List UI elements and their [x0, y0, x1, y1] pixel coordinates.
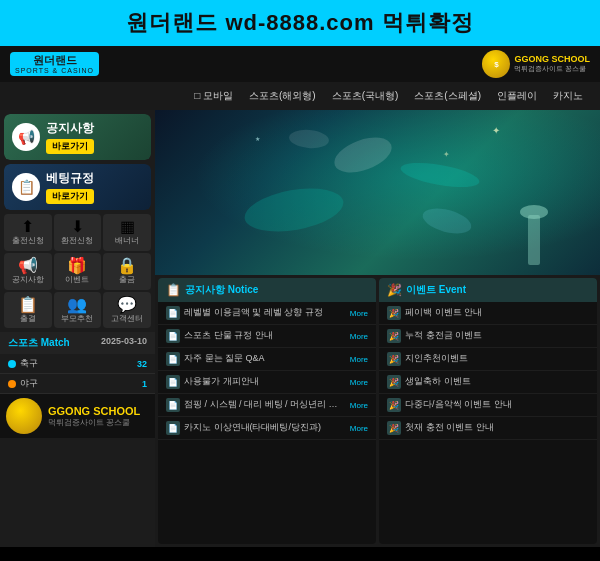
nav-casino[interactable]: 카지노 [546, 86, 590, 106]
event-row-text-2: 누적 충전금 이벤트 [405, 330, 589, 342]
event-panel-header: 🎉 이벤트 Event [379, 278, 597, 302]
event-row-icon-2: 🎉 [387, 329, 401, 343]
bottom-panels: 📋 공지사항 Notice 📄 레벨별 이용금액 및 레벨 상향 규정 More… [155, 275, 600, 547]
match-count-baseball: 1 [142, 379, 147, 389]
notice-row-more-4[interactable]: More [350, 378, 368, 387]
event-panel-title: 이벤트 Event [406, 283, 466, 297]
betting-icon: 📋 [12, 173, 40, 201]
icon-withdraw[interactable]: ⬇ 환전신청 [54, 214, 102, 251]
event-row-text-4: 생일축하 이벤트 [405, 376, 589, 388]
notice-panel-body: 📄 레벨별 이용금액 및 레벨 상향 규정 More 📄 스포츠 단물 규정 안… [158, 302, 376, 544]
logo-subtext: SPORTS & CASINO [15, 67, 94, 74]
notice-row-text-1: 레벨별 이용금액 및 레벨 상향 규정 [184, 307, 346, 319]
notice-row-more-2[interactable]: More [350, 332, 368, 341]
icon-support[interactable]: 💬 고객센터 [103, 292, 151, 329]
top-banner: 원더랜드 wd-8888.com 먹튀확정 [0, 0, 600, 46]
notice-banner[interactable]: 📢 공지사항 바로가기 [4, 114, 151, 160]
content-area: ✦ ✦ ★ 📋 공지사항 Notice 📄 레벨별 이용금액 및 레벨 상향 규… [155, 110, 600, 547]
nav-bar: □ 모바일 스포츠(해외형) 스포츠(국내형) 스포츠(스페셜) 인플레이 카지… [0, 82, 600, 110]
event-row-2[interactable]: 🎉 누적 충전금 이벤트 [379, 325, 597, 348]
match-name-baseball: 야구 [20, 377, 138, 390]
notice-row-more-1[interactable]: More [350, 309, 368, 318]
event-row-3[interactable]: 🎉 지인추천이벤트 [379, 348, 597, 371]
notice-row-text-4: 사용불가 개피안내 [184, 376, 346, 388]
nav-inplay[interactable]: 인플레이 [490, 86, 544, 106]
event-row-text-5: 다중다/음악씩 이벤트 안내 [405, 399, 589, 411]
event-row-text-6: 첫재 충전 이벤트 안내 [405, 422, 589, 434]
icon-referral[interactable]: 👥 부모추천 [54, 292, 102, 329]
event-row-4[interactable]: 🎉 생일축하 이벤트 [379, 371, 597, 394]
notice-row-icon-3: 📄 [166, 352, 180, 366]
ggong-badge: $ GGONG SCHOOL 먹튀검증사이트 꽁스쿨 [482, 50, 590, 78]
notice-row-text-2: 스포츠 단물 규정 안내 [184, 330, 346, 342]
event-row-icon-5: 🎉 [387, 398, 401, 412]
match-header: 스포츠 Match 2025-03-10 [0, 332, 155, 354]
notice-panel-icon: 📋 [166, 283, 181, 297]
notice-row-text-6: 카지노 이상연내(타대베팅/당진과) [184, 422, 346, 434]
brand-bar: 원더랜드 SPORTS & CASINO $ GGONG SCHOOL 먹튀검증… [0, 46, 600, 82]
event-panel-icon: 🎉 [387, 283, 402, 297]
event-row-6[interactable]: 🎉 첫재 충전 이벤트 안내 [379, 417, 597, 440]
event-row-5[interactable]: 🎉 다중다/음악씩 이벤트 안내 [379, 394, 597, 417]
ggong-title: GGONG SCHOOL [48, 405, 140, 417]
notice-row-6[interactable]: 📄 카지노 이상연내(타대베팅/당진과) More [158, 417, 376, 440]
notice-row-more-3[interactable]: More [350, 355, 368, 364]
match-name-soccer: 축구 [20, 357, 133, 370]
event-panel: 🎉 이벤트 Event 🎉 페이백 이벤트 안내 🎉 누적 충전금 이벤트 🎉 … [379, 278, 597, 544]
notice-row-5[interactable]: 📄 점핑 / 시스템 / 대리 베팅 / 머싱년리 강력규제 안내 More [158, 394, 376, 417]
nav-sports-overseas[interactable]: 스포츠(해외형) [242, 86, 323, 106]
match-dot-soccer [8, 360, 16, 368]
icon-event[interactable]: 🎁 이벤트 [54, 253, 102, 290]
nav-sports-domestic[interactable]: 스포츠(국내형) [325, 86, 406, 106]
ggong-desc: 먹튀검증사이트 꽁스쿨 [48, 417, 140, 428]
event-row-text-3: 지인추천이벤트 [405, 353, 589, 365]
nav-sports-special[interactable]: 스포츠(스페셜) [407, 86, 488, 106]
notice-row-2[interactable]: 📄 스포츠 단물 규정 안내 More [158, 325, 376, 348]
ggong-sub: 먹튀검증사이트 꽁스쿨 [514, 64, 590, 74]
notice-banner-btn[interactable]: 바로가기 [46, 139, 94, 154]
notice-row-icon-2: 📄 [166, 329, 180, 343]
ggong-label: GGONG SCHOOL [514, 54, 590, 65]
notice-row-text-3: 자주 묻는 질문 Q&A [184, 353, 346, 365]
icon-lock[interactable]: 🔒 출금 [103, 253, 151, 290]
icon-attendance[interactable]: 📋 출결 [4, 292, 52, 329]
sidebar-icon-grid: ⬆ 출전신청 ⬇ 환전신청 ▦ 배너너 📢 공지사항 🎁 이벤트 🔒 출금 [4, 214, 151, 328]
notice-row-more-6[interactable]: More [350, 424, 368, 433]
match-count-soccer: 32 [137, 359, 147, 369]
notice-icon: 📢 [12, 123, 40, 151]
notice-panel: 📋 공지사항 Notice 📄 레벨별 이용금액 및 레벨 상향 규정 More… [158, 278, 376, 544]
icon-banner[interactable]: ▦ 배너너 [103, 214, 151, 251]
notice-row-3[interactable]: 📄 자주 묻는 질문 Q&A More [158, 348, 376, 371]
betting-banner[interactable]: 📋 베팅규정 바로가기 [4, 164, 151, 210]
logo-text: 원더랜드 [33, 54, 77, 66]
notice-row-more-5[interactable]: More [350, 401, 368, 410]
notice-banner-title: 공지사항 [46, 120, 94, 137]
icon-notice[interactable]: 📢 공지사항 [4, 253, 52, 290]
sidebar-ggong: GGONG SCHOOL 먹튀검증사이트 꽁스쿨 [0, 394, 155, 438]
event-row-icon-3: 🎉 [387, 352, 401, 366]
event-row-icon-1: 🎉 [387, 306, 401, 320]
match-baseball[interactable]: 야구 1 [0, 374, 155, 394]
nav-mobile[interactable]: □ 모바일 [187, 86, 240, 106]
notice-panel-header: 📋 공지사항 Notice [158, 278, 376, 302]
betting-banner-title: 베팅규정 [46, 170, 94, 187]
match-soccer[interactable]: 축구 32 [0, 354, 155, 374]
notice-row-1[interactable]: 📄 레벨별 이용금액 및 레벨 상향 규정 More [158, 302, 376, 325]
event-panel-body: 🎉 페이백 이벤트 안내 🎉 누적 충전금 이벤트 🎉 지인추천이벤트 🎉 생일… [379, 302, 597, 544]
sidebar: 📢 공지사항 바로가기 📋 베팅규정 바로가기 ⬆ 출전신청 [0, 110, 155, 547]
notice-row-text-5: 점핑 / 시스템 / 대리 베팅 / 머싱년리 강력규제 안내 [184, 399, 346, 411]
event-row-icon-4: 🎉 [387, 375, 401, 389]
notice-row-4[interactable]: 📄 사용불가 개피안내 More [158, 371, 376, 394]
icon-deposit[interactable]: ⬆ 출전신청 [4, 214, 52, 251]
logo-area: 원더랜드 SPORTS & CASINO [10, 52, 99, 75]
notice-row-icon-4: 📄 [166, 375, 180, 389]
main-wrap: 📢 공지사항 바로가기 📋 베팅규정 바로가기 ⬆ 출전신청 [0, 110, 600, 547]
notice-row-icon-5: 📄 [166, 398, 180, 412]
event-row-text-1: 페이백 이벤트 안내 [405, 307, 589, 319]
event-row-icon-6: 🎉 [387, 421, 401, 435]
event-row-1[interactable]: 🎉 페이백 이벤트 안내 [379, 302, 597, 325]
notice-row-icon-1: 📄 [166, 306, 180, 320]
notice-row-icon-6: 📄 [166, 421, 180, 435]
hero-banner: ✦ ✦ ★ [155, 110, 600, 275]
betting-banner-btn[interactable]: 바로가기 [46, 189, 94, 204]
